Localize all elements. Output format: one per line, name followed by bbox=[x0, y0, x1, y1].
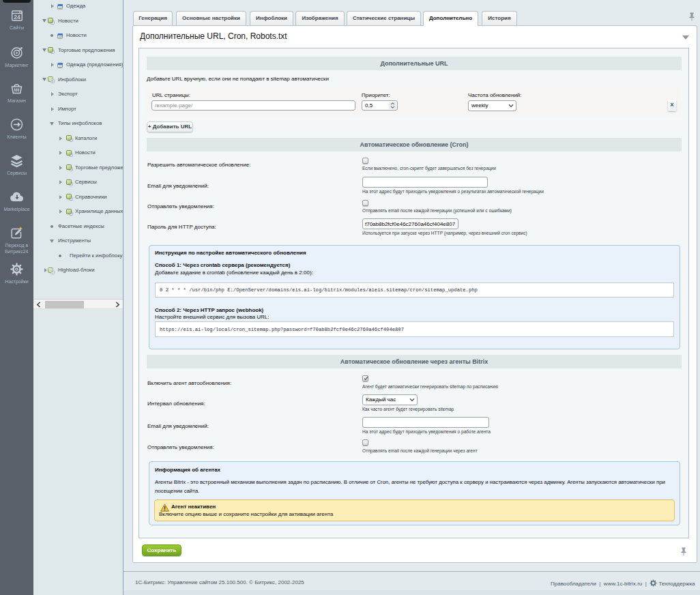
svg-text:24: 24 bbox=[14, 14, 20, 20]
